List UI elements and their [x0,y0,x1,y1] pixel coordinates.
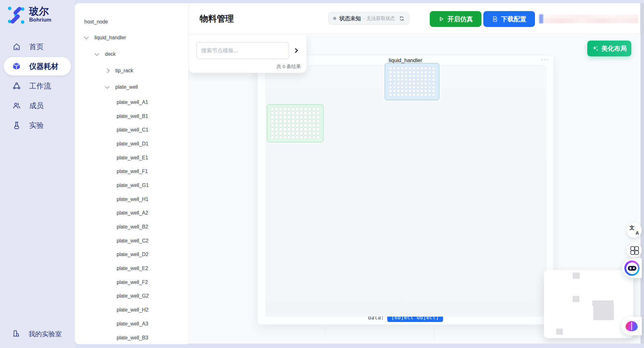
sidebar-item-workflow[interactable]: 工作流 [0,76,75,96]
tree-item-liquid_handler[interactable]: liquid_handler [75,29,188,46]
ai-brain-button[interactable] [621,317,642,335]
tree-item-plate_well_E2[interactable]: plate_well_E2 [75,261,188,275]
chevron-right-icon[interactable] [293,47,300,54]
deck-area[interactable] [266,65,546,317]
search-input[interactable] [196,42,289,59]
well [397,86,400,89]
well [312,136,316,139]
well [283,119,287,123]
sidebar-item-home[interactable]: 首页 [0,37,75,56]
tree-item-plate_well_D1[interactable]: plate_well_D1 [75,137,188,151]
well [420,93,423,96]
home-icon [12,42,21,51]
sidebar-item-members[interactable]: 成员 [0,96,75,115]
tree-item-plate_well_B2[interactable]: plate_well_B2 [75,220,188,234]
beautify-layout-button[interactable]: 美化布局 [587,41,631,56]
well [428,82,431,85]
tree-item-plate_well_C2[interactable]: plate_well_C2 [75,234,188,248]
well [428,71,431,74]
well [409,71,412,74]
well [397,74,400,78]
well [304,115,307,119]
translate-button[interactable]: 文A [627,222,642,238]
well [420,82,423,85]
sidebar-item-label: 实验 [29,120,44,130]
sidebar-item-my-lab[interactable]: 我的实验室 [0,325,87,343]
status-detail: - 无法获取状态 [364,16,395,22]
tree-item-plate_well_E1[interactable]: plate_well_E1 [75,151,188,165]
well [393,78,396,81]
tree-item-tip_rack[interactable]: tip_rack [75,62,188,79]
assistant-robot-button[interactable] [622,258,642,278]
tree-item-deck[interactable]: deck [75,46,188,62]
start-simulation-button[interactable]: 开启仿真 [430,11,481,27]
well [275,127,279,131]
well [416,78,420,81]
tree-item-plate_well_F1[interactable]: plate_well_F1 [75,164,188,178]
node-menu-dots-icon[interactable]: ⋯ [541,56,549,63]
well [291,107,295,111]
sidebar-item-instruments[interactable]: 仪器耗材 [4,57,71,75]
sidebar-item-experiments[interactable]: 实验 [0,115,75,135]
well [420,78,423,81]
well [299,111,303,115]
tree-item-plate_well_A3[interactable]: plate_well_A3 [75,317,188,331]
tree-item-plate_well[interactable]: plate_well [75,79,188,95]
minimap[interactable] [544,270,633,338]
well [432,67,435,70]
apps-grid-button[interactable] [627,242,642,258]
well [424,67,427,70]
tree-item-plate_well_B3[interactable]: plate_well_B3 [75,331,188,344]
sparkles-icon [592,45,599,52]
download-config-button[interactable]: 下载配置 [483,11,535,27]
well [432,93,435,96]
well [424,93,427,96]
well [412,71,415,74]
refresh-icon[interactable] [399,16,405,22]
well [299,119,303,123]
tree-item-label: plate_well_F2 [75,280,148,285]
tree-item-plate_well_A1[interactable]: plate_well_A1 [75,95,188,109]
file-download-icon [492,16,498,22]
tree-item-plate_well_B1[interactable]: plate_well_B1 [75,109,188,123]
tree-item-plate_well_H1[interactable]: plate_well_H1 [75,192,188,206]
well [304,127,307,131]
status-badge: 状态未知 - 无法获取状态 [328,12,409,25]
well [393,82,396,85]
tree-item-label: plate_well_D2 [75,252,149,257]
well [412,78,415,81]
well [304,136,307,139]
well [424,78,427,81]
tree-item-plate_well_F2[interactable]: plate_well_F2 [75,275,188,289]
scrollbar[interactable] [641,34,644,344]
tree-item-plate_well_G1[interactable]: plate_well_G1 [75,178,188,192]
well [283,132,287,135]
tree-item-label: plate_well_H2 [75,307,149,313]
tree-item-host_node[interactable]: host_node [75,14,188,29]
node-liquid-handler[interactable]: liquid_handler ⋯ data: [object Object] [257,55,554,325]
well-plate[interactable] [267,104,324,142]
well [393,67,396,70]
well [283,115,287,119]
tree-item-label: plate_well_D1 [75,141,149,147]
tree-item-plate_well_G2[interactable]: plate_well_G2 [75,289,188,303]
well [287,124,291,127]
well [416,67,420,70]
well [409,93,412,96]
tree-item-plate_well_H2[interactable]: plate_well_H2 [75,303,188,317]
tree-item-plate_well_A2[interactable]: plate_well_A2 [75,206,188,220]
scrollbar-top[interactable] [640,3,644,34]
well [389,93,392,96]
logo-title: 玻尔 [29,6,51,17]
well [316,119,320,123]
tree-item-plate_well_D2[interactable]: plate_well_D2 [75,248,188,262]
well [308,132,312,135]
flow-canvas[interactable]: liquid_handler ⋯ data: [object Object] 共… [189,34,644,344]
tree-item-plate_well_C1[interactable]: plate_well_C1 [75,123,188,137]
well [287,127,291,131]
play-icon [438,16,445,22]
node-tree-panel: host_nodeliquid_handlerdecktip_rackplate… [75,3,188,344]
well [401,93,404,96]
well [389,71,392,74]
tip-rack-plate[interactable] [385,63,439,100]
